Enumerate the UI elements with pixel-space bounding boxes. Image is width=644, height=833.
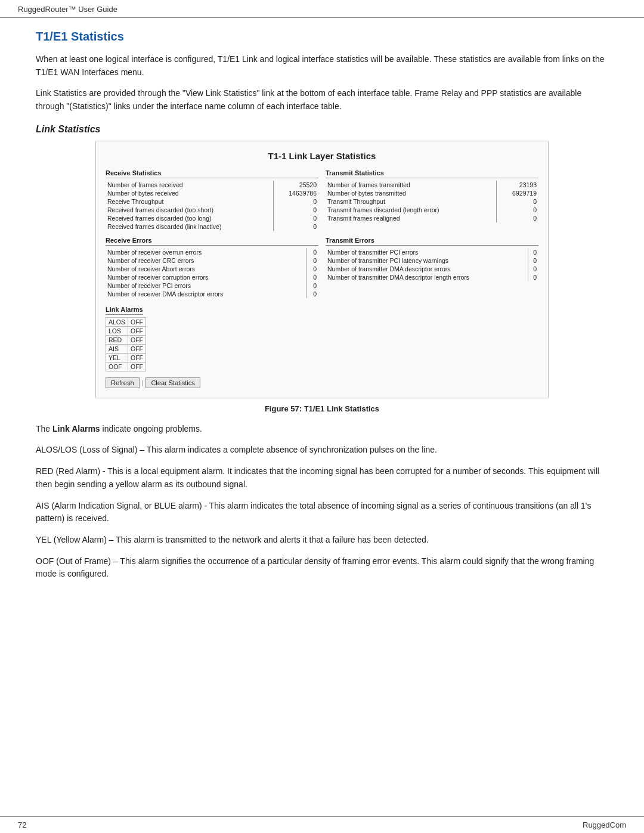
error-label: Number of receiver PCI errors	[106, 281, 306, 290]
error-label: Number of receiver overrun errors	[106, 248, 306, 256]
transmit-errors-section: Transmit Errors Number of transmitter PC…	[326, 237, 538, 298]
transmit-stats-title: Transmit Statistics	[326, 169, 538, 178]
transmit-stats-table: Number of frames transmitted23193Number …	[326, 181, 538, 222]
error-value: 0	[528, 256, 538, 265]
table-row: Receive Throughput0	[106, 197, 318, 206]
error-label: Number of transmitter DMA descriptor len…	[326, 273, 528, 281]
error-label: Number of transmitter DMA descriptor err…	[326, 265, 528, 273]
clear-statistics-button[interactable]: Clear Statistics	[145, 377, 200, 388]
intro-para-1: When at least one logical interface is c…	[36, 53, 608, 79]
error-label: Number of receiver CRC errors	[106, 256, 306, 265]
stat-value: 0	[497, 197, 538, 206]
link-alarms-bold: Link Alarms	[52, 424, 100, 433]
error-value: 0	[306, 281, 318, 290]
receive-stats-title: Receive Statistics	[106, 169, 318, 178]
figure-caption: Figure 57: T1/E1 Link Statistics	[36, 404, 608, 413]
receive-errors-table: Number of receiver overrun errors0Number…	[106, 248, 318, 298]
table-row: Transmit frames discarded (length error)…	[326, 206, 538, 214]
table-row: Transmit Throughput0	[326, 197, 538, 206]
error-label: Number of transmitter PCI errors	[326, 248, 528, 256]
stat-label: Received frames discarded (too long)	[106, 214, 273, 222]
alarm-state: OFF	[128, 326, 146, 335]
alarm-state: OFF	[128, 317, 146, 326]
alarm-name: LOS	[106, 326, 128, 335]
table-row: ALOSOFF	[106, 317, 146, 326]
figure-title: T1-1 Link Layer Statistics	[106, 151, 538, 161]
alarms-table: ALOSOFFLOSOFFREDOFFAISOFFYELOFFOOFOFF	[106, 317, 146, 371]
table-row: Number of receiver overrun errors0	[106, 248, 318, 256]
header-title: RuggedRouter™ User Guide	[18, 5, 117, 14]
subsection-heading: Link Statistics	[36, 124, 608, 135]
transmit-errors-title: Transmit Errors	[326, 237, 538, 246]
stat-value: 0	[497, 214, 538, 222]
stat-value: 0	[273, 222, 318, 231]
receive-errors-title: Receive Errors	[106, 237, 318, 246]
stat-label: Received frames discarded (too short)	[106, 206, 273, 214]
table-row: Number of transmitter PCI latency warnin…	[326, 256, 538, 265]
table-row: Number of bytes transmitted6929719	[326, 189, 538, 197]
table-row: Received frames discarded (too long)0	[106, 214, 318, 222]
main-content: T1/E1 Statistics When at least one logic…	[0, 18, 644, 625]
body-para-link-alarms: The Link Alarms indicate ongoing problem…	[36, 423, 608, 436]
stat-value: 23193	[497, 181, 538, 189]
buttons-row: Refresh | Clear Statistics	[106, 377, 538, 388]
stat-label: Number of bytes transmitted	[326, 189, 497, 197]
alarm-state: OFF	[128, 344, 146, 353]
alarm-name: ALOS	[106, 317, 128, 326]
error-value: 0	[306, 256, 318, 265]
alarm-state: OFF	[128, 335, 146, 344]
stat-label: Number of bytes received	[106, 189, 273, 197]
alarms-title: Link Alarms	[106, 306, 143, 315]
table-row: LOSOFF	[106, 326, 146, 335]
table-row: Transmit frames realigned0	[326, 214, 538, 222]
alarm-name: AIS	[106, 344, 128, 353]
alarm-state: OFF	[128, 353, 146, 362]
table-row: Number of transmitter DMA descriptor err…	[326, 265, 538, 273]
alarms-section: Link Alarms ALOSOFFLOSOFFREDOFFAISOFFYEL…	[106, 304, 538, 371]
stat-value: 14639786	[273, 189, 318, 197]
error-label: Number of transmitter PCI latency warnin…	[326, 256, 528, 265]
alarm-name: YEL	[106, 353, 128, 362]
table-row: AISOFF	[106, 344, 146, 353]
stat-value: 6929719	[497, 189, 538, 197]
stat-label: Transmit frames discarded (length error)	[326, 206, 497, 214]
error-value: 0	[528, 265, 538, 273]
table-row: Number of bytes received14639786	[106, 189, 318, 197]
table-row: REDOFF	[106, 335, 146, 344]
error-value: 0	[306, 248, 318, 256]
receive-stats-section: Receive Statistics Number of frames rece…	[106, 169, 318, 231]
figure-box: T1-1 Link Layer Statistics Receive Stati…	[95, 141, 549, 398]
receive-errors-section: Receive Errors Number of receiver overru…	[106, 237, 318, 298]
transmit-stats-section: Transmit Statistics Number of frames tra…	[326, 169, 538, 231]
refresh-button[interactable]: Refresh	[106, 377, 140, 388]
body-para-alos: ALOS/LOS (Loss of Signal) – This alarm i…	[36, 444, 608, 457]
receive-stats-table: Number of frames received25520Number of …	[106, 181, 318, 231]
table-row: OOFOFF	[106, 362, 146, 371]
error-label: Number of receiver DMA descriptor errors	[106, 290, 306, 298]
error-value: 0	[306, 290, 318, 298]
table-row: Number of receiver DMA descriptor errors…	[106, 290, 318, 298]
body-para-ais: AIS (Alarm Indication Signal, or BLUE al…	[36, 500, 608, 525]
table-row: Number of receiver corruption errors0	[106, 273, 318, 281]
table-row: Number of frames transmitted23193	[326, 181, 538, 189]
footer-brand: RuggedCom	[583, 820, 626, 829]
table-row: Number of frames received25520	[106, 181, 318, 189]
table-row: Received frames discarded (link inactive…	[106, 222, 318, 231]
error-value: 0	[306, 273, 318, 281]
stat-label: Receive Throughput	[106, 197, 273, 206]
table-row: Received frames discarded (too short)0	[106, 206, 318, 214]
errors-grid: Receive Errors Number of receiver overru…	[106, 237, 538, 298]
table-row: YELOFF	[106, 353, 146, 362]
stats-grid: Receive Statistics Number of frames rece…	[106, 169, 538, 231]
alarm-name: RED	[106, 335, 128, 344]
body-para-yel: YEL (Yellow Alarm) – This alarm is trans…	[36, 534, 608, 547]
stat-label: Received frames discarded (link inactive…	[106, 222, 273, 231]
table-row: Number of receiver PCI errors0	[106, 281, 318, 290]
table-row: Number of receiver CRC errors0	[106, 256, 318, 265]
alarm-state: OFF	[128, 362, 146, 371]
error-label: Number of receiver corruption errors	[106, 273, 306, 281]
error-value: 0	[528, 248, 538, 256]
btn-separator: |	[142, 379, 144, 386]
page-header: RuggedRouter™ User Guide	[0, 0, 644, 18]
body-para-oof: OOF (Out of Frame) – This alarm signifie…	[36, 555, 608, 581]
